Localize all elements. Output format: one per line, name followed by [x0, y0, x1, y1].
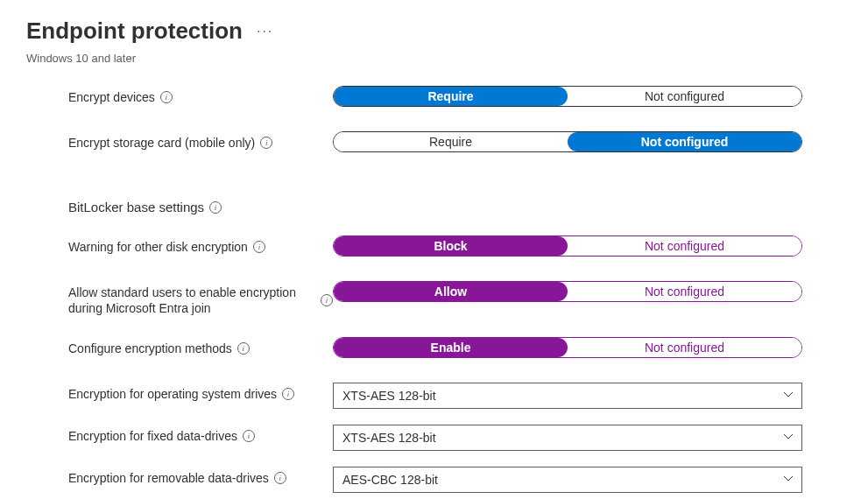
encrypt-devices-require[interactable]: Require [334, 87, 568, 106]
page-title: Endpoint protection [26, 18, 243, 45]
encrypt-storage-require[interactable]: Require [334, 132, 568, 151]
configure-encryption-label: Configure encryption methods [68, 341, 232, 356]
os-drives-label: Encryption for operating system drives [68, 386, 277, 402]
info-icon[interactable]: i [282, 388, 294, 400]
allow-standard-allow[interactable]: Allow [334, 282, 568, 301]
info-icon[interactable]: i [274, 472, 286, 484]
info-icon[interactable]: i [160, 91, 173, 103]
encrypt-devices-label: Encrypt devices [68, 89, 155, 105]
removable-drives-label: Encryption for removable data-drives [68, 470, 269, 486]
warning-disk-notconfigured[interactable]: Not configured [568, 236, 801, 256]
fixed-drives-label: Encryption for fixed data-drives [68, 428, 237, 444]
encrypt-devices-notconfigured[interactable]: Not configured [568, 87, 801, 106]
allow-standard-notconfigured[interactable]: Not configured [568, 282, 801, 301]
info-icon[interactable]: i [321, 294, 333, 306]
configure-encryption-notconfigured[interactable]: Not configured [568, 338, 801, 357]
removable-drives-select[interactable] [333, 467, 802, 493]
info-icon[interactable]: i [237, 342, 250, 355]
allow-standard-toggle[interactable]: Allow Not configured [333, 281, 802, 302]
warning-disk-toggle[interactable]: Block Not configured [333, 235, 802, 257]
os-drives-select[interactable] [333, 383, 802, 409]
encrypt-storage-notconfigured[interactable]: Not configured [568, 132, 801, 151]
encrypt-devices-toggle[interactable]: Require Not configured [333, 86, 802, 107]
configure-encryption-enable[interactable]: Enable [334, 338, 568, 357]
allow-standard-label: Allow standard users to enable encryptio… [68, 285, 315, 316]
fixed-drives-select[interactable] [333, 425, 802, 451]
page-subtitle: Windows 10 and later [26, 52, 842, 65]
info-icon[interactable]: i [243, 430, 255, 442]
warning-disk-label: Warning for other disk encryption [68, 239, 248, 255]
warning-disk-block[interactable]: Block [334, 236, 568, 256]
info-icon[interactable]: i [253, 241, 265, 253]
more-icon[interactable]: ··· [257, 24, 273, 39]
bitlocker-section-title: BitLocker base settings [68, 200, 204, 214]
encrypt-storage-toggle[interactable]: Require Not configured [333, 131, 802, 152]
info-icon[interactable]: i [209, 201, 222, 214]
encrypt-storage-label: Encrypt storage card (mobile only) [68, 135, 255, 151]
configure-encryption-toggle[interactable]: Enable Not configured [333, 337, 802, 358]
info-icon[interactable]: i [260, 137, 272, 149]
